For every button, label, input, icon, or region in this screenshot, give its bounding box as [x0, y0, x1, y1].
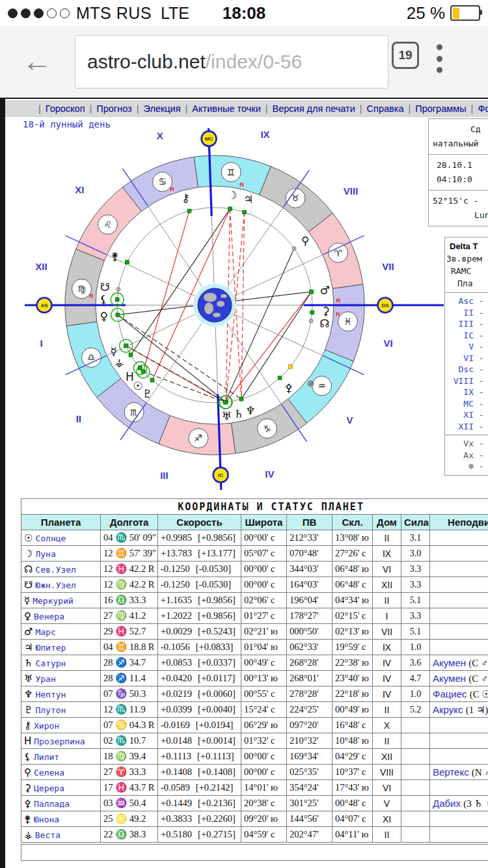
planet-name-link[interactable]: Южн.Узел: [35, 580, 76, 590]
planet-name-link[interactable]: Плутон: [35, 705, 66, 715]
speed-cell: -0.0589[+0.2142]: [158, 780, 241, 796]
planet-name-link[interactable]: Нептун: [35, 690, 66, 699]
planet-row: ⚸Лилит18 ♍ 39.4+0.1113[+0.1113]00°00' с1…: [21, 749, 488, 765]
tab-count-button[interactable]: 19: [392, 42, 419, 69]
fixed-star-note: (С ☉: [470, 689, 488, 699]
fixed-star-cell: [430, 733, 488, 749]
planet-glyph-moon: ☽: [227, 189, 237, 202]
declination-cell: 02°13' ю: [332, 624, 373, 640]
overflow-menu-button[interactable]: [429, 43, 449, 74]
planet-name-link[interactable]: Лилит: [34, 752, 59, 762]
planet-row: ☽Луна12 ♊ 57' 39"+13.783[+13.177]05°07' …: [21, 546, 488, 562]
pv-cell: 344°03': [287, 562, 332, 577]
latitude-cell: 06°29' ю: [241, 718, 287, 733]
house-cusp-row-ix: IX -: [445, 387, 488, 398]
power-cell: 5.1: [401, 593, 430, 608]
planet-name-link[interactable]: Луна: [35, 549, 55, 559]
longitude-cell: 12 ♓ 42.2 R: [101, 562, 158, 577]
fixed-star-link[interactable]: Фациес: [433, 688, 467, 699]
planet-name-link[interactable]: Юпитер: [35, 643, 66, 653]
planet-glyph: ♇: [24, 704, 33, 716]
aspect-line-chiron-sun: [143, 211, 189, 372]
back-button[interactable]: ←: [22, 44, 52, 78]
fixed-star-cell: [430, 530, 488, 546]
planet-glyph-node_s: ☋: [100, 280, 110, 293]
planet-glyph: ☿: [24, 595, 30, 606]
sign-glyph-sagittarius: ♐: [195, 433, 203, 443]
longitude-cell: 28 ♐ 11.4: [101, 671, 158, 686]
planet-row: ⚳Церера17 ♓ 43.7 R-0.0589[+0.2142]14°01'…: [21, 780, 488, 796]
planet-name-link[interactable]: Селена: [34, 768, 64, 778]
planet-name-link[interactable]: Солнце: [35, 534, 66, 543]
planet-name-link[interactable]: Хирон: [34, 721, 59, 731]
power-cell: 5.1: [401, 624, 430, 640]
planet-dot-selena: [292, 247, 296, 251]
address-bar[interactable]: astro-club.net/index/0-56: [75, 35, 388, 88]
pv-cell: 354°24': [287, 780, 332, 796]
pv-cell: 000°50': [287, 624, 332, 640]
house-cusp-line: [228, 208, 283, 287]
planet-name-link[interactable]: Сатурн: [35, 658, 66, 668]
planet-row: ♆Нептун07 ♑ 50.3+0.0219[+0.0060]00°55' с…: [21, 686, 488, 702]
sign-glyph-cancer: ♋: [158, 176, 167, 187]
planet-dot-proserpina: [139, 366, 142, 370]
planet-name-link[interactable]: Марс: [35, 627, 55, 637]
house-cell: IV: [373, 671, 401, 686]
pv-cell: 097°20': [287, 718, 332, 733]
planet-dot-uranus: [223, 400, 227, 404]
planet-name-link[interactable]: Паллада: [34, 799, 70, 809]
speed-cell: +0.0399[+0.0040]: [158, 702, 241, 718]
planet-name-link[interactable]: Уран: [35, 674, 55, 684]
latitude-cell: 00°00' с: [241, 530, 287, 546]
chart-info-line: 52°15'с -: [429, 194, 488, 208]
page-left-black-strip: [0, 99, 5, 868]
fixed-star-link[interactable]: Акумен: [433, 657, 466, 668]
house-cell: I: [373, 608, 401, 624]
house-number-IX: IX: [260, 129, 269, 140]
column-header: Широта: [241, 515, 287, 530]
declination-cell: 00°49' ю: [332, 702, 373, 718]
fixed-star-link[interactable]: Дабих: [433, 798, 461, 809]
pv-cell: 202°47': [287, 827, 332, 843]
house-cell: VIII: [373, 765, 401, 780]
house-number-II: II: [76, 413, 81, 424]
fixed-star-link[interactable]: Акрукс: [433, 704, 463, 715]
fixed-star-link[interactable]: Вертекс: [433, 766, 469, 778]
speed-cell: +0.1449[+0.2136]: [158, 796, 241, 811]
house-cell: IX: [373, 546, 401, 562]
power-cell: [401, 811, 430, 827]
planet-name-link[interactable]: Венера: [34, 612, 64, 621]
planet-glyph: ♆: [24, 688, 33, 700]
sign-glyph-virgo: ♍: [77, 284, 86, 294]
planet-name-link[interactable]: Церера: [34, 783, 64, 793]
longitude-cell: 07 ♑ 50.3: [101, 686, 158, 702]
power-cell: [401, 796, 430, 811]
house-cell: VII: [373, 624, 401, 640]
house-cell: II: [373, 733, 401, 749]
power-cell: [401, 827, 430, 843]
fixed-star-link[interactable]: Акумен: [433, 673, 466, 684]
aspect-line-mercury-saturn: [126, 346, 226, 402]
planet-dot-lilith: [115, 297, 119, 301]
planet-glyph-chiron: ⚷: [182, 191, 189, 204]
house-cusp-line: [235, 255, 322, 296]
planet-glyph: H: [24, 735, 31, 747]
pv-cell: 025°35': [287, 765, 332, 780]
fixed-star-cell: Акумен (С ♂: [430, 671, 488, 686]
longitude-cell: 12 ♏ 11.9: [101, 702, 158, 718]
latitude-cell: 02°21' ю: [241, 624, 287, 640]
planet-glyph: ♄: [24, 657, 33, 669]
battery-icon: [450, 5, 480, 21]
planet-name-link[interactable]: Сев.Узел: [35, 565, 76, 575]
declination-cell: 04°11' ю: [332, 827, 373, 843]
chart-info-line: 28.10.1: [429, 158, 488, 172]
pv-cell: 210°32': [287, 733, 332, 749]
planet-name-link[interactable]: Веста: [35, 830, 61, 840]
longitude-cell: 04 ♏ 50' 09": [101, 530, 158, 546]
planet-name-link[interactable]: Прозерпина: [34, 737, 85, 746]
planet-name-link[interactable]: Юнона: [34, 815, 59, 824]
declination-cell: 10°37' с: [332, 765, 373, 780]
planet-glyph-selena: ⚲: [301, 234, 309, 247]
planet-name-link[interactable]: Меркурий: [33, 596, 74, 606]
power-cell: 3.1: [401, 530, 430, 546]
